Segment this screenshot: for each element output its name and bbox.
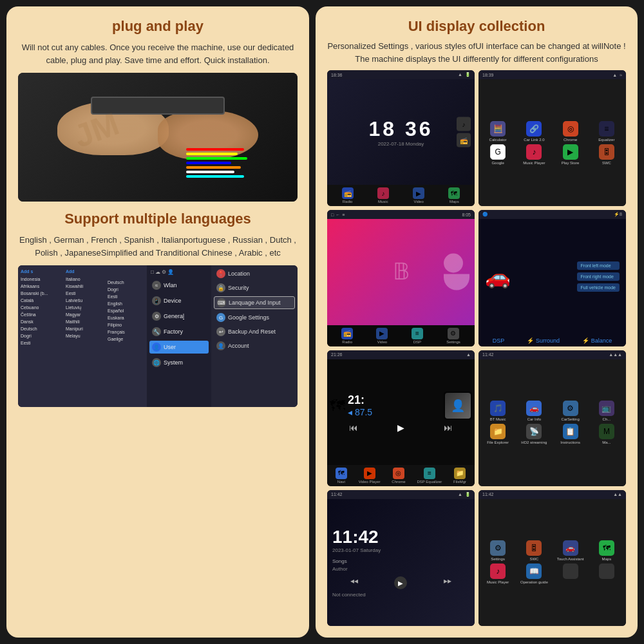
prev-btn-2[interactable]: ◂◂ — [350, 576, 358, 589]
quick-icon-1[interactable]: ♪ — [457, 117, 471, 131]
menu-user[interactable]: 👤 User — [149, 341, 209, 354]
app-ma[interactable]: MMa... — [590, 424, 623, 444]
lang-eesti-3[interactable]: Eesti — [105, 294, 147, 299]
menu-general[interactable]: ⚙ General — [149, 310, 209, 323]
lang-cestina[interactable]: Čeština — [18, 312, 63, 317]
dsp-nav[interactable]: ≡DSP Equalizer — [417, 468, 442, 484]
lang-afrikaans[interactable]: Afrikaans — [18, 283, 63, 289]
lang-list-1: Add s Indonesia Afrikaans Bosanski (b...… — [18, 265, 63, 407]
app3-opguide[interactable]: 📖Operation guide — [517, 564, 551, 584]
lang-gaeilge[interactable]: Gaeilge — [105, 336, 147, 342]
header-icons-1: ▲ 🔋 — [458, 72, 471, 77]
nav-radio[interactable]: 📻Radio — [342, 187, 354, 204]
lang-deutsch-1[interactable]: Deutsch — [18, 326, 63, 332]
full-vehicle-btn[interactable]: Full vehicle mode — [577, 283, 620, 292]
prev-btn[interactable]: ⏮ — [349, 422, 358, 433]
chrome-nav[interactable]: ◎Chrome — [392, 468, 405, 484]
menu-system[interactable]: 🌐 System — [149, 356, 209, 369]
bt-radio[interactable]: 📻Radio — [341, 328, 353, 344]
bt-dsp-icon: ≡ — [412, 328, 423, 339]
menu-google-settings[interactable]: G Google Settings — [214, 312, 295, 323]
system-label: System — [164, 359, 183, 366]
lang-melayu[interactable]: Melayu — [63, 333, 105, 339]
play-btn-2[interactable]: ▶ — [394, 576, 407, 589]
lang-catala[interactable]: Català — [18, 298, 63, 303]
clock1-body: 18 36 2022-07-18 Monday ♪ 📻 — [327, 79, 475, 185]
app-fileexplorer[interactable]: 📁File Explorer — [481, 424, 515, 444]
menu-language-input[interactable]: ⌨ Lanquage And Input — [214, 296, 295, 309]
lang-deutsch-2[interactable]: Deutsch — [105, 279, 147, 285]
navi-nav[interactable]: 🗺Navi — [336, 468, 347, 484]
lang-francais[interactable]: Français — [105, 329, 147, 335]
lang-manipuri[interactable]: Manipuri — [63, 326, 105, 332]
menu-location[interactable]: 📍 Location — [214, 268, 295, 279]
nav-maps[interactable]: 🗺Maps — [448, 187, 460, 204]
lang-english[interactable]: English — [105, 301, 147, 307]
videoplayer-nav[interactable]: ▶Video Player — [359, 468, 381, 484]
lang-lietuvy[interactable]: Lietuvių — [63, 305, 105, 310]
app3-steering[interactable]: 🚗Touch Assistant — [554, 540, 587, 561]
app-google[interactable]: GGoogle — [481, 144, 515, 165]
app-chrome[interactable]: ◎Chrome — [554, 121, 587, 142]
lang-filipino[interactable]: Filipino — [105, 322, 147, 328]
app3-maps[interactable]: 🗺Maps — [590, 540, 623, 561]
lang-maithili[interactable]: Maithili — [63, 319, 105, 325]
menu-security[interactable]: 🔒 Security — [214, 282, 295, 294]
apps3-body: ⚙Settings 🎛SWC 🚗Touch Assistant 🗺Maps ♪M… — [478, 499, 626, 626]
add-btn-1[interactable]: Add s — [18, 268, 63, 275]
app-ch[interactable]: 📺Ch... — [590, 401, 623, 421]
lang-dogri-2[interactable]: Dogri — [105, 287, 147, 292]
app-carinfo[interactable]: 🚗Car Info — [517, 401, 551, 421]
lang-cebuano[interactable]: Cebuano — [18, 305, 63, 310]
lang-espanol[interactable]: Español — [105, 308, 147, 314]
add-btn-2[interactable]: Add — [63, 268, 105, 275]
quick-icon-2[interactable]: 📻 — [457, 133, 471, 147]
menu-account[interactable]: 👤 Account — [214, 340, 295, 352]
menu-factory[interactable]: 🔧 Factory — [149, 325, 209, 338]
lang-dogri-1[interactable]: Dogri — [18, 333, 63, 339]
menu-wlan[interactable]: ≈ Wlan — [149, 279, 209, 292]
lang-kiswahili[interactable]: Kiswahili — [63, 283, 105, 289]
surround-label: ⚡ Surround — [527, 337, 560, 344]
nav-video[interactable]: ▶Video — [413, 187, 424, 204]
next-btn[interactable]: ⏭ — [444, 422, 453, 433]
bt-settings[interactable]: ⚙Settings — [446, 328, 460, 344]
lang-latviesu[interactable]: Latviešu — [63, 298, 105, 303]
lang-magyar[interactable]: Magyar — [63, 312, 105, 317]
backup-icon: ↩ — [216, 327, 225, 336]
app-carlink[interactable]: 🔗Car Link 2.0 — [517, 121, 551, 142]
app-carsetting[interactable]: ⚙CarSetting — [554, 401, 587, 421]
lang-dansk[interactable]: Dansk — [18, 319, 63, 325]
menu-device[interactable]: 📱 Device — [149, 294, 209, 307]
lang-eesti-1[interactable]: Eesti — [18, 340, 63, 346]
apps1-body: 🧮Calculator 🔗Car Link 2.0 ◎Chrome ≡Equal… — [478, 79, 626, 206]
status-icons-3: □ ← ≡ — [331, 213, 345, 217]
next-btn-2[interactable]: ▸▸ — [444, 576, 451, 589]
lang-eesti-2[interactable]: Eesti — [63, 290, 105, 296]
front-left-btn[interactable]: Front left mode — [577, 261, 620, 270]
bt-dsp[interactable]: ≡DSP — [412, 328, 423, 344]
app-btmusic[interactable]: 🎵BT Music — [481, 401, 515, 421]
bt-video[interactable]: ▶Video — [376, 328, 388, 344]
lang-bosanski[interactable]: Bosanski (b... — [18, 290, 63, 296]
lang-indonesia[interactable]: Indonesia — [18, 276, 63, 282]
menu-backup-reset[interactable]: ↩ Backup And Reset — [214, 326, 295, 337]
app-hd2[interactable]: 📡HD2 streaming — [517, 424, 551, 444]
app-equalizer[interactable]: ≡Equalizer — [590, 121, 623, 142]
app3-swc[interactable]: 🎛SWC — [517, 540, 551, 561]
front-right-btn[interactable]: Front right mode — [577, 272, 620, 281]
ui-collection-title: UI display collection — [327, 18, 626, 35]
files-nav[interactable]: 📁FileMgr — [453, 468, 466, 484]
lang-euskara[interactable]: Euskara — [105, 315, 147, 321]
nav-music[interactable]: ♪Music — [377, 187, 389, 204]
app3-musicplayer[interactable]: ♪Music Player — [481, 564, 515, 584]
apps2-grid-top: 🎵BT Music 🚗Car Info ⚙CarSetting 📺Ch... — [481, 401, 623, 421]
app-musicplayer[interactable]: ♪Music Player — [517, 144, 551, 165]
app3-settings[interactable]: ⚙Settings — [481, 540, 515, 561]
lang-italiano[interactable]: Italiano — [63, 276, 105, 282]
app-calculator[interactable]: 🧮Calculator — [481, 121, 515, 142]
app-swc[interactable]: 🎛SWC — [590, 144, 623, 165]
play-btn[interactable]: ▶ — [397, 422, 404, 433]
app-instructions[interactable]: 📋Instructions — [554, 424, 587, 444]
app-playstore[interactable]: ▶Play Store — [554, 144, 587, 165]
